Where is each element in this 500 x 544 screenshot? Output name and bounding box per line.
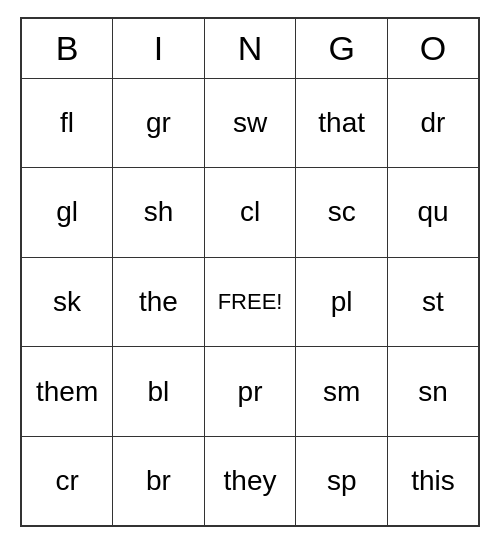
- bingo-cell-1-1: sh: [113, 168, 204, 258]
- bingo-cell-3-3: sm: [296, 347, 388, 437]
- header-row: BINGO: [21, 18, 479, 78]
- bingo-cell-3-4: sn: [387, 347, 479, 437]
- bingo-row-2: sktheFREE!plst: [21, 257, 479, 347]
- bingo-cell-3-1: bl: [113, 347, 204, 437]
- bingo-cell-3-2: pr: [204, 347, 296, 437]
- header-col-g: G: [296, 18, 388, 78]
- bingo-cell-2-4: st: [387, 257, 479, 347]
- bingo-cell-4-3: sp: [296, 436, 388, 526]
- bingo-card: BINGO flgrswthatdrglshclscqusktheFREE!pl…: [20, 17, 480, 527]
- bingo-cell-3-0: them: [21, 347, 113, 437]
- bingo-row-4: crbrtheyspthis: [21, 436, 479, 526]
- header-col-o: O: [387, 18, 479, 78]
- bingo-cell-4-2: they: [204, 436, 296, 526]
- header-col-b: B: [21, 18, 113, 78]
- bingo-cell-1-3: sc: [296, 168, 388, 258]
- header-col-i: I: [113, 18, 204, 78]
- bingo-cell-0-3: that: [296, 78, 388, 168]
- bingo-cell-1-2: cl: [204, 168, 296, 258]
- bingo-cell-0-0: fl: [21, 78, 113, 168]
- bingo-row-1: glshclscqu: [21, 168, 479, 258]
- bingo-row-3: themblprsmsn: [21, 347, 479, 437]
- bingo-cell-2-1: the: [113, 257, 204, 347]
- bingo-cell-4-4: this: [387, 436, 479, 526]
- bingo-cell-0-2: sw: [204, 78, 296, 168]
- bingo-cell-4-0: cr: [21, 436, 113, 526]
- bingo-cell-0-4: dr: [387, 78, 479, 168]
- bingo-cell-2-3: pl: [296, 257, 388, 347]
- header-col-n: N: [204, 18, 296, 78]
- bingo-cell-4-1: br: [113, 436, 204, 526]
- bingo-cell-2-0: sk: [21, 257, 113, 347]
- bingo-cell-2-2: FREE!: [204, 257, 296, 347]
- bingo-cell-0-1: gr: [113, 78, 204, 168]
- bingo-row-0: flgrswthatdr: [21, 78, 479, 168]
- bingo-cell-1-0: gl: [21, 168, 113, 258]
- bingo-cell-1-4: qu: [387, 168, 479, 258]
